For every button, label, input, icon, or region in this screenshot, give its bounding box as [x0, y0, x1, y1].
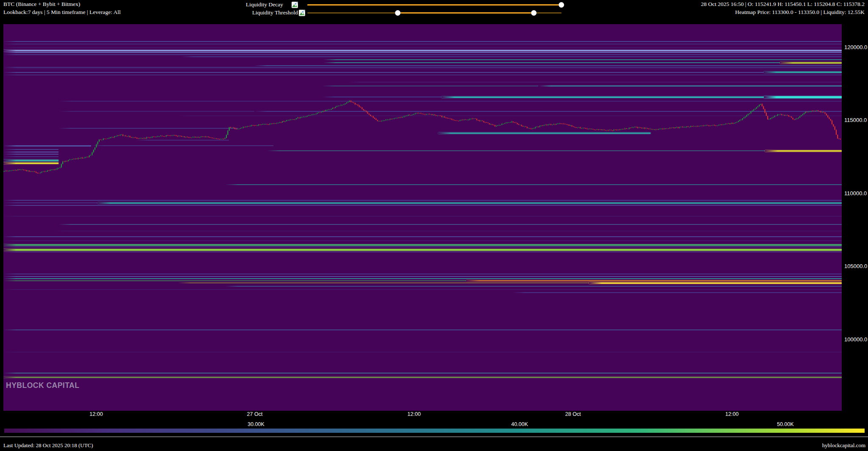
ohlc-readout: 28 Oct 2025 16:50 | O: 115241.9 H: 11545… [701, 1, 865, 8]
price-axis-tick: 100000.0 [844, 336, 868, 343]
last-updated-text: Last Updated: 28 Oct 2025 20:18 (UTC) [3, 442, 93, 449]
liquidity-threshold-track[interactable] [307, 12, 562, 14]
colorbar-tick: 40.00K [511, 421, 528, 427]
liquidity-decay-track[interactable] [307, 4, 562, 6]
liquidity-threshold-low-handle[interactable] [395, 10, 401, 16]
colorbar-tick: 50.00K [777, 421, 794, 427]
liquidity-decay-handle[interactable] [559, 2, 564, 8]
time-axis-tick: 12:00 [725, 411, 738, 417]
image-placeholder-icon [299, 10, 305, 16]
price-axis-tick: 115000.0 [844, 117, 868, 123]
image-placeholder-icon [292, 2, 298, 8]
liquidity-threshold-slider-row: Liquidity Threshold [0, 9, 593, 17]
time-axis-tick: 27 Oct [247, 411, 263, 417]
candlestick-layer [3, 24, 842, 411]
price-axis-tick: 105000.0 [844, 263, 868, 269]
liquidity-decay-slider-row: Liquidity Decay [0, 1, 593, 9]
price-axis-tick: 110000.0 [844, 190, 868, 196]
heatmap-hover-readout: Heatmap Price: 113300.0 - 113350.0 | Liq… [735, 9, 865, 16]
liquidity-threshold-label: Liquidity Threshold [252, 9, 298, 16]
hyblock-watermark: HYBLOCK CAPITAL [6, 381, 79, 390]
heatmap-chart-canvas[interactable]: HYBLOCK CAPITAL [3, 24, 842, 411]
liquidity-colorbar [4, 429, 865, 433]
liquidity-threshold-high-handle[interactable] [531, 10, 537, 16]
price-axis-tick: 120000.0 [844, 44, 868, 50]
footer-divider [0, 437, 868, 437]
time-axis-tick: 12:00 [407, 411, 420, 417]
liquidity-threshold-fill [398, 12, 534, 14]
liquidity-decay-label: Liquidity Decay [246, 1, 283, 8]
liquidation-heatmap-app: BTC (Binance + Bybit + Bitmex) Lookback:… [0, 0, 868, 451]
website-link[interactable]: hyblockcapital.com [822, 442, 865, 449]
time-axis-tick: 28 Oct [565, 411, 581, 417]
colorbar-tick: 30.00K [248, 421, 264, 427]
time-axis-tick: 12:00 [89, 411, 103, 417]
liquidity-decay-fill [307, 4, 562, 6]
